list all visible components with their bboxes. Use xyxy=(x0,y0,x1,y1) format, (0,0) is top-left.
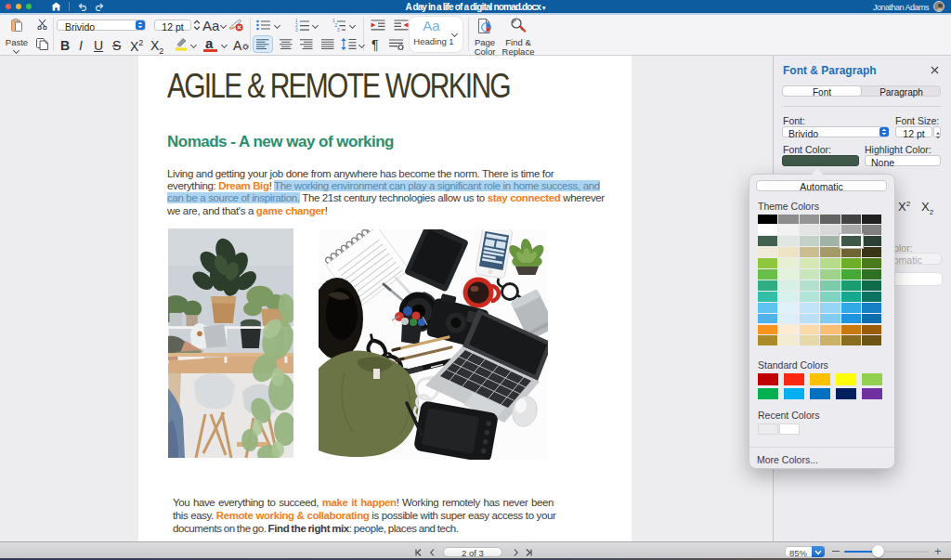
svg-text:3: 3 xyxy=(295,28,298,32)
svg-text:3: 3 xyxy=(337,28,340,32)
